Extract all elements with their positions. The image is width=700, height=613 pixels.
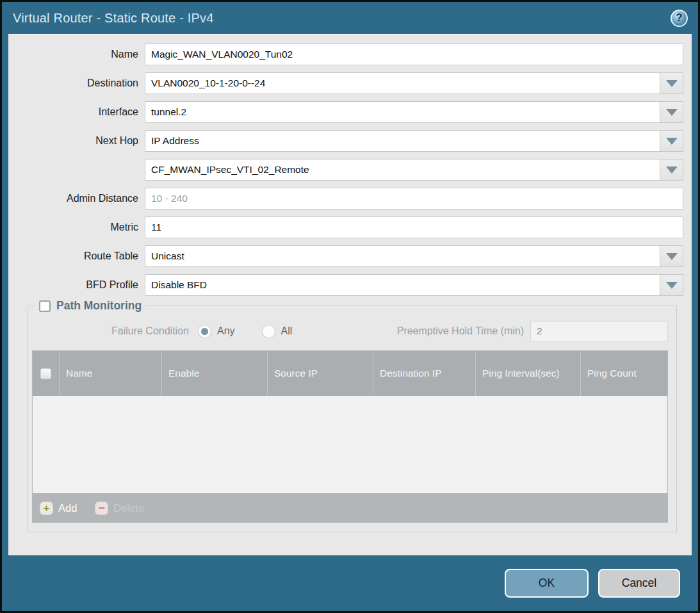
admin-distance-label: Admin Distance [17,193,145,204]
next-hop-address-dropdown-button[interactable] [660,159,683,181]
column-header-enable: Enable [162,351,268,396]
select-all-checkbox[interactable] [40,368,51,379]
bfd-profile-input[interactable] [145,274,660,296]
next-hop-type-dropdown-button[interactable] [660,130,683,152]
form-row-route-table: Route Table [17,245,683,267]
admin-distance-input[interactable] [145,188,683,209]
table-header-checkbox-cell [33,351,60,396]
chevron-down-icon [666,80,678,87]
chevron-down-icon [666,253,678,260]
column-header-ping-interval: Ping Interval(sec) [476,351,581,396]
interface-dropdown-button[interactable] [660,101,683,123]
metric-input[interactable] [145,217,683,238]
static-route-dialog: Virtual Router - Static Route - IPv4 ? N… [0,0,700,613]
form-row-metric: Metric [17,217,683,238]
help-icon[interactable]: ? [671,10,688,27]
column-header-ping-count: Ping Count [581,351,667,396]
destination-label: Destination [17,78,145,89]
form-row-name: Name [17,44,683,65]
column-header-destination-ip: Destination IP [373,351,476,396]
next-hop-address-input[interactable] [145,159,660,181]
form-row-destination: Destination [17,72,683,94]
chevron-down-icon [666,282,678,289]
add-button-label: Add [58,502,77,514]
route-table-input[interactable] [145,245,660,267]
preemptive-hold-time-label: Preemptive Hold Time (min) [397,325,524,337]
path-monitoring-checkbox[interactable] [39,300,51,312]
form-row-bfd-profile: BFD Profile [17,274,683,296]
path-monitoring-section: Path Monitoring Failure Condition Any Al… [28,306,677,532]
path-monitoring-table: Name Enable Source IP Destination IP Pin… [32,350,668,523]
failure-condition-radio-all[interactable] [262,325,275,338]
route-table-label: Route Table [17,250,145,262]
chevron-down-icon [666,167,678,174]
path-monitoring-title: Path Monitoring [56,299,142,313]
dialog-footer: OK Cancel [2,555,698,611]
preemptive-hold-time-input[interactable] [530,321,668,341]
column-header-name: Name [60,351,162,396]
path-monitoring-legend: Path Monitoring [35,299,145,313]
failure-condition-all-label: All [281,325,293,337]
chevron-down-icon [666,109,678,116]
dialog-title: Virtual Router - Static Route - IPv4 [13,11,214,26]
form-row-next-hop: Next Hop [17,130,683,152]
radio-dot-icon [265,328,272,335]
path-monitoring-controls: Failure Condition Any All Preemptive Hol… [32,321,668,341]
form-row-next-hop-address [17,159,683,181]
table-toolbar: + Add − Delete [33,493,667,523]
delete-button[interactable]: − Delete [95,502,144,515]
interface-label: Interface [17,106,145,118]
add-button[interactable]: + Add [40,502,77,515]
column-header-source-ip: Source IP [268,351,373,396]
name-label: Name [17,49,145,60]
destination-dropdown-button[interactable] [660,72,683,94]
minus-icon: − [95,502,108,515]
form-row-admin-distance: Admin Distance [17,188,683,209]
form-row-interface: Interface [17,101,683,123]
interface-input[interactable] [145,101,660,123]
cancel-button[interactable]: Cancel [598,569,680,598]
delete-button-label: Delete [113,502,144,514]
chevron-down-icon [666,138,678,145]
destination-input[interactable] [145,72,660,94]
table-body-empty [33,396,667,493]
table-header-row: Name Enable Source IP Destination IP Pin… [33,351,667,396]
bfd-profile-dropdown-button[interactable] [660,274,683,296]
bfd-profile-label: BFD Profile [17,279,145,291]
metric-label: Metric [17,222,145,233]
radio-dot-icon [201,328,208,335]
failure-condition-any-label: Any [217,325,235,337]
next-hop-type-input[interactable] [145,130,660,152]
dialog-body: Name Destination Interface Next Hop [8,34,692,555]
route-table-dropdown-button[interactable] [660,245,683,267]
titlebar: Virtual Router - Static Route - IPv4 ? [2,2,698,34]
ok-button[interactable]: OK [505,569,589,598]
failure-condition-radio-any[interactable] [198,325,211,338]
failure-condition-label: Failure Condition [111,325,189,337]
plus-icon: + [40,502,53,515]
next-hop-label: Next Hop [17,135,145,147]
name-input[interactable] [145,44,683,65]
